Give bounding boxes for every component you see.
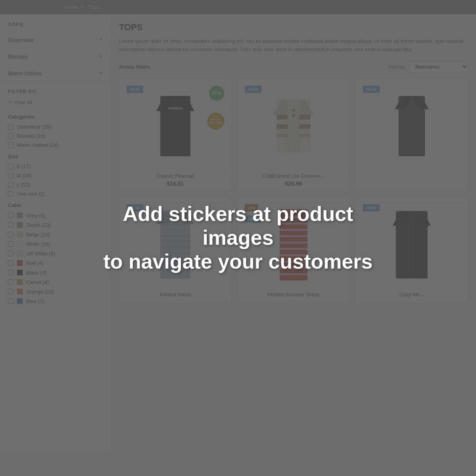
overlay-line1: Add stickers at product images	[123, 202, 353, 249]
page-wrapper: Home / Tops TOPS Outerwear + Blouses + W…	[0, 0, 476, 476]
overlay-text: Add stickers at product images to naviga…	[99, 202, 377, 273]
overlay-line2: to navigate your customers	[103, 250, 372, 273]
overlay: Add stickers at product images to naviga…	[0, 0, 476, 476]
